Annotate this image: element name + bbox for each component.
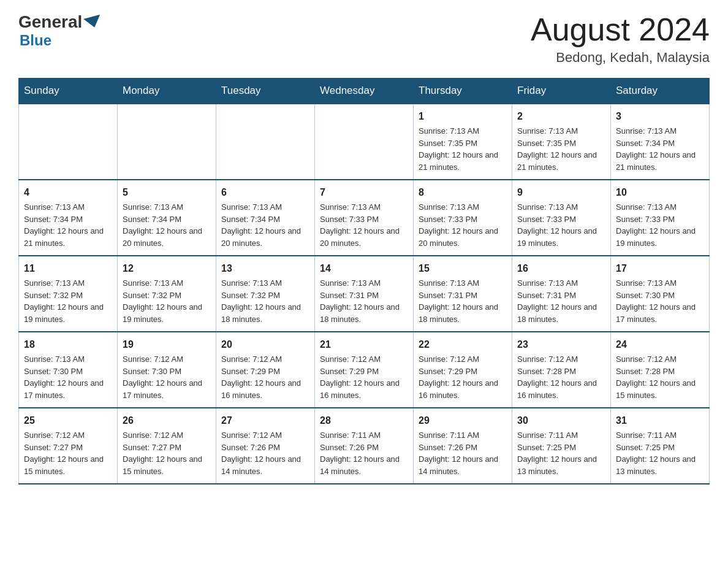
day-info: Sunset: 7:33 PM bbox=[419, 213, 507, 226]
calendar-cell: 9Sunrise: 7:13 AMSunset: 7:33 PMDaylight… bbox=[512, 180, 611, 256]
day-info: Daylight: 12 hours and 21 minutes. bbox=[24, 225, 112, 249]
day-info: Sunset: 7:25 PM bbox=[616, 442, 704, 454]
calendar-cell: 28Sunrise: 7:11 AMSunset: 7:26 PMDayligh… bbox=[315, 408, 414, 484]
day-info: Sunset: 7:32 PM bbox=[123, 289, 211, 302]
day-info: Sunset: 7:34 PM bbox=[221, 213, 309, 226]
calendar-cell: 26Sunrise: 7:12 AMSunset: 7:27 PMDayligh… bbox=[118, 408, 216, 484]
day-info: Sunrise: 7:12 AM bbox=[419, 353, 507, 366]
month-title: August 2024 bbox=[531, 12, 710, 47]
calendar-cell: 17Sunrise: 7:13 AMSunset: 7:30 PMDayligh… bbox=[611, 256, 710, 332]
day-info: Sunset: 7:26 PM bbox=[419, 442, 507, 454]
day-number: 20 bbox=[221, 337, 309, 352]
day-number: 3 bbox=[616, 109, 704, 124]
calendar-week-row: 4Sunrise: 7:13 AMSunset: 7:34 PMDaylight… bbox=[19, 180, 710, 256]
day-number: 16 bbox=[517, 261, 605, 276]
calendar-cell: 12Sunrise: 7:13 AMSunset: 7:32 PMDayligh… bbox=[118, 256, 216, 332]
calendar-cell: 27Sunrise: 7:12 AMSunset: 7:26 PMDayligh… bbox=[216, 408, 315, 484]
day-of-week-header: Wednesday bbox=[315, 79, 414, 104]
day-info: Sunset: 7:31 PM bbox=[517, 289, 605, 302]
day-info: Sunrise: 7:12 AM bbox=[123, 353, 211, 366]
day-info: Daylight: 12 hours and 15 minutes. bbox=[123, 453, 211, 477]
day-info: Sunset: 7:31 PM bbox=[320, 289, 408, 302]
day-info: Sunrise: 7:12 AM bbox=[320, 353, 408, 366]
day-info: Sunrise: 7:13 AM bbox=[517, 125, 605, 137]
day-info: Daylight: 12 hours and 20 minutes. bbox=[419, 225, 507, 249]
day-number: 8 bbox=[419, 185, 507, 200]
day-info: Sunset: 7:29 PM bbox=[419, 366, 507, 378]
day-number: 10 bbox=[616, 185, 704, 200]
day-info: Sunset: 7:33 PM bbox=[616, 213, 704, 226]
calendar-cell: 18Sunrise: 7:13 AMSunset: 7:30 PMDayligh… bbox=[19, 332, 118, 408]
day-info: Sunrise: 7:11 AM bbox=[517, 429, 605, 442]
calendar-cell bbox=[216, 104, 315, 180]
day-info: Sunrise: 7:13 AM bbox=[24, 201, 112, 213]
day-of-week-header: Saturday bbox=[611, 79, 710, 104]
day-info: Sunrise: 7:13 AM bbox=[221, 201, 309, 213]
day-info: Sunset: 7:32 PM bbox=[24, 289, 112, 302]
day-info: Sunset: 7:26 PM bbox=[221, 442, 309, 454]
day-number: 17 bbox=[616, 261, 704, 276]
logo-arrow-icon bbox=[83, 15, 103, 30]
day-info: Sunrise: 7:13 AM bbox=[320, 277, 408, 289]
calendar-cell: 21Sunrise: 7:12 AMSunset: 7:29 PMDayligh… bbox=[315, 332, 414, 408]
day-number: 11 bbox=[24, 261, 112, 276]
day-info: Daylight: 12 hours and 18 minutes. bbox=[517, 301, 605, 325]
day-info: Daylight: 12 hours and 16 minutes. bbox=[320, 377, 408, 401]
day-of-week-header: Thursday bbox=[414, 79, 512, 104]
day-info: Sunrise: 7:12 AM bbox=[616, 353, 704, 366]
day-info: Sunrise: 7:13 AM bbox=[517, 201, 605, 213]
day-number: 18 bbox=[24, 337, 112, 352]
day-info: Sunset: 7:26 PM bbox=[320, 442, 408, 454]
day-info: Daylight: 12 hours and 13 minutes. bbox=[616, 453, 704, 477]
day-info: Daylight: 12 hours and 14 minutes. bbox=[419, 453, 507, 477]
day-number: 31 bbox=[616, 413, 704, 428]
day-info: Sunrise: 7:12 AM bbox=[123, 429, 211, 442]
day-number: 21 bbox=[320, 337, 408, 352]
day-info: Sunset: 7:34 PM bbox=[24, 213, 112, 226]
day-info: Sunrise: 7:12 AM bbox=[221, 353, 309, 366]
day-info: Sunrise: 7:13 AM bbox=[517, 277, 605, 289]
day-info: Daylight: 12 hours and 21 minutes. bbox=[517, 149, 605, 173]
calendar-cell: 6Sunrise: 7:13 AMSunset: 7:34 PMDaylight… bbox=[216, 180, 315, 256]
day-of-week-header: Tuesday bbox=[216, 79, 315, 104]
day-info: Sunset: 7:31 PM bbox=[419, 289, 507, 302]
day-info: Daylight: 12 hours and 20 minutes. bbox=[221, 225, 309, 249]
day-info: Sunrise: 7:13 AM bbox=[24, 353, 112, 366]
day-of-week-header: Monday bbox=[118, 79, 216, 104]
title-block: August 2024 Bedong, Kedah, Malaysia bbox=[531, 12, 710, 66]
day-number: 26 bbox=[123, 413, 211, 428]
day-number: 25 bbox=[24, 413, 112, 428]
calendar-cell: 14Sunrise: 7:13 AMSunset: 7:31 PMDayligh… bbox=[315, 256, 414, 332]
day-number: 27 bbox=[221, 413, 309, 428]
day-of-week-header: Friday bbox=[512, 79, 611, 104]
day-info: Sunrise: 7:11 AM bbox=[419, 429, 507, 442]
day-info: Daylight: 12 hours and 20 minutes. bbox=[320, 225, 408, 249]
day-number: 29 bbox=[419, 413, 507, 428]
logo-blue-text: Blue bbox=[20, 32, 51, 49]
day-info: Sunset: 7:35 PM bbox=[419, 137, 507, 150]
day-number: 2 bbox=[517, 109, 605, 124]
calendar-cell: 23Sunrise: 7:12 AMSunset: 7:28 PMDayligh… bbox=[512, 332, 611, 408]
calendar-cell: 13Sunrise: 7:13 AMSunset: 7:32 PMDayligh… bbox=[216, 256, 315, 332]
day-info: Sunrise: 7:13 AM bbox=[123, 201, 211, 213]
calendar-cell: 20Sunrise: 7:12 AMSunset: 7:29 PMDayligh… bbox=[216, 332, 315, 408]
day-info: Sunrise: 7:13 AM bbox=[419, 277, 507, 289]
day-number: 12 bbox=[123, 261, 211, 276]
day-info: Sunrise: 7:13 AM bbox=[320, 201, 408, 213]
day-info: Sunrise: 7:13 AM bbox=[616, 277, 704, 289]
day-info: Daylight: 12 hours and 14 minutes. bbox=[221, 453, 309, 477]
calendar-cell: 3Sunrise: 7:13 AMSunset: 7:34 PMDaylight… bbox=[611, 104, 710, 180]
calendar-table: SundayMondayTuesdayWednesdayThursdayFrid… bbox=[18, 78, 710, 484]
day-info: Sunrise: 7:13 AM bbox=[616, 201, 704, 213]
calendar-cell: 29Sunrise: 7:11 AMSunset: 7:26 PMDayligh… bbox=[414, 408, 512, 484]
day-info: Daylight: 12 hours and 16 minutes. bbox=[419, 377, 507, 401]
calendar-cell: 31Sunrise: 7:11 AMSunset: 7:25 PMDayligh… bbox=[611, 408, 710, 484]
calendar-cell: 30Sunrise: 7:11 AMSunset: 7:25 PMDayligh… bbox=[512, 408, 611, 484]
day-info: Sunset: 7:29 PM bbox=[221, 366, 309, 378]
day-info: Sunset: 7:34 PM bbox=[123, 213, 211, 226]
day-number: 24 bbox=[616, 337, 704, 352]
day-info: Sunrise: 7:13 AM bbox=[123, 277, 211, 289]
day-info: Sunrise: 7:12 AM bbox=[517, 353, 605, 366]
day-info: Daylight: 12 hours and 18 minutes. bbox=[320, 301, 408, 325]
day-info: Sunrise: 7:12 AM bbox=[221, 429, 309, 442]
